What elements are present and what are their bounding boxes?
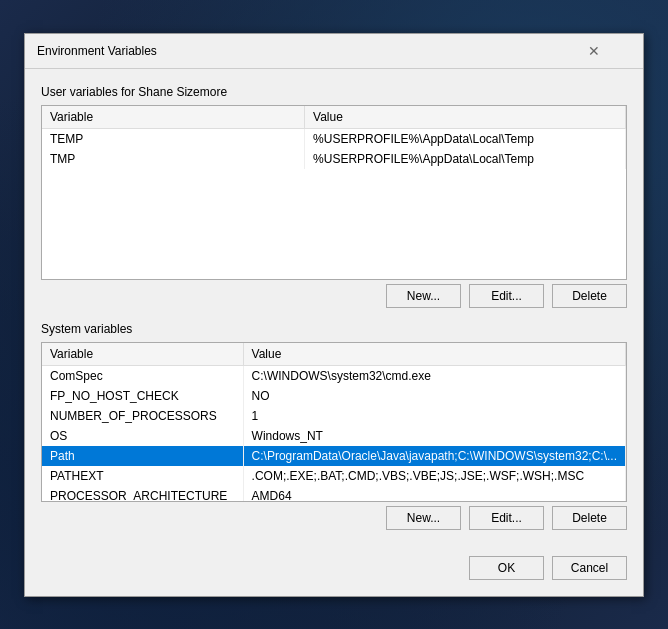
value-cell: 1 xyxy=(243,406,625,426)
variable-cell: ComSpec xyxy=(42,365,243,386)
title-bar: Environment Variables ✕ xyxy=(25,34,643,69)
cancel-button[interactable]: Cancel xyxy=(552,556,627,580)
user-variables-table: Variable Value TEMP%USERPROFILE%\AppData… xyxy=(42,106,626,169)
table-row[interactable]: PathC:\ProgramData\Oracle\Java\javapath;… xyxy=(42,446,626,466)
ok-button[interactable]: OK xyxy=(469,556,544,580)
system-variables-scroll[interactable]: Variable Value ComSpecC:\WINDOWS\system3… xyxy=(42,343,626,501)
system-new-button[interactable]: New... xyxy=(386,506,461,530)
table-row[interactable]: ComSpecC:\WINDOWS\system32\cmd.exe xyxy=(42,365,626,386)
system-edit-button[interactable]: Edit... xyxy=(469,506,544,530)
value-cell: %USERPROFILE%\AppData\Local\Temp xyxy=(305,128,626,149)
user-variables-scroll[interactable]: Variable Value TEMP%USERPROFILE%\AppData… xyxy=(42,106,626,279)
system-variables-table: Variable Value ComSpecC:\WINDOWS\system3… xyxy=(42,343,626,501)
variable-cell: Path xyxy=(42,446,243,466)
table-row[interactable]: TMP%USERPROFILE%\AppData\Local\Temp xyxy=(42,149,626,169)
system-section-title: System variables xyxy=(41,322,627,336)
footer-buttons-row: OK Cancel xyxy=(25,546,643,596)
value-cell: .COM;.EXE;.BAT;.CMD;.VBS;.VBE;JS;.JSE;.W… xyxy=(243,466,625,486)
table-row[interactable]: PROCESSOR_ARCHITECTUREAMD64 xyxy=(42,486,626,501)
value-cell: C:\ProgramData\Oracle\Java\javapath;C:\W… xyxy=(243,446,625,466)
dialog-body: User variables for Shane Sizemore Variab… xyxy=(25,69,643,546)
value-cell: %USERPROFILE%\AppData\Local\Temp xyxy=(305,149,626,169)
table-row[interactable]: PATHEXT.COM;.EXE;.BAT;.CMD;.VBS;.VBE;JS;… xyxy=(42,466,626,486)
variable-cell: TEMP xyxy=(42,128,305,149)
variable-cell: PATHEXT xyxy=(42,466,243,486)
system-col-variable: Variable xyxy=(42,343,243,366)
user-edit-button[interactable]: Edit... xyxy=(469,284,544,308)
dialog-title: Environment Variables xyxy=(37,44,157,58)
variable-cell: TMP xyxy=(42,149,305,169)
table-row[interactable]: FP_NO_HOST_CHECKNO xyxy=(42,386,626,406)
variable-cell: OS xyxy=(42,426,243,446)
variable-cell: FP_NO_HOST_CHECK xyxy=(42,386,243,406)
system-variables-section: System variables Variable Value ComSpecC… xyxy=(41,322,627,530)
variable-cell: PROCESSOR_ARCHITECTURE xyxy=(42,486,243,501)
value-cell: C:\WINDOWS\system32\cmd.exe xyxy=(243,365,625,386)
user-col-variable: Variable xyxy=(42,106,305,129)
table-row[interactable]: NUMBER_OF_PROCESSORS1 xyxy=(42,406,626,426)
user-delete-button[interactable]: Delete xyxy=(552,284,627,308)
user-section-title: User variables for Shane Sizemore xyxy=(41,85,627,99)
system-delete-button[interactable]: Delete xyxy=(552,506,627,530)
user-buttons-row: New... Edit... Delete xyxy=(41,284,627,308)
user-variables-table-container: Variable Value TEMP%USERPROFILE%\AppData… xyxy=(41,105,627,280)
value-cell: Windows_NT xyxy=(243,426,625,446)
value-cell: NO xyxy=(243,386,625,406)
close-button[interactable]: ✕ xyxy=(556,42,631,60)
environment-variables-dialog: Environment Variables ✕ User variables f… xyxy=(24,33,644,597)
user-new-button[interactable]: New... xyxy=(386,284,461,308)
system-col-value: Value xyxy=(243,343,625,366)
variable-cell: NUMBER_OF_PROCESSORS xyxy=(42,406,243,426)
user-variables-section: User variables for Shane Sizemore Variab… xyxy=(41,85,627,308)
table-row[interactable]: OSWindows_NT xyxy=(42,426,626,446)
table-row[interactable]: TEMP%USERPROFILE%\AppData\Local\Temp xyxy=(42,128,626,149)
system-buttons-row: New... Edit... Delete xyxy=(41,506,627,530)
system-variables-table-container: Variable Value ComSpecC:\WINDOWS\system3… xyxy=(41,342,627,502)
value-cell: AMD64 xyxy=(243,486,625,501)
user-col-value: Value xyxy=(305,106,626,129)
